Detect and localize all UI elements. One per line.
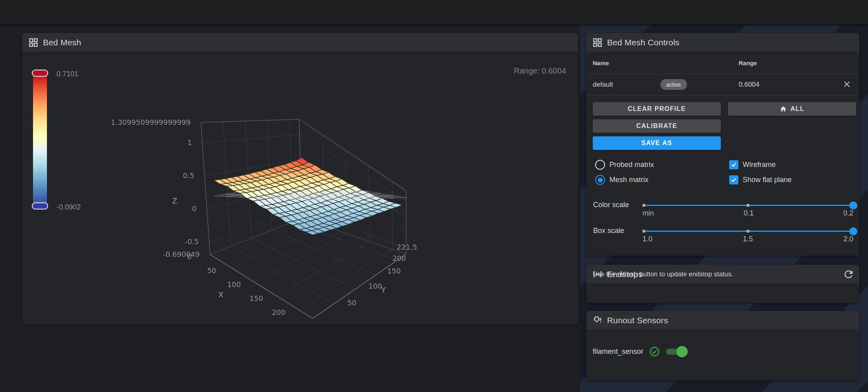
x-tick-label: 200 bbox=[272, 308, 285, 316]
check-icon bbox=[730, 161, 737, 168]
calibrate-button[interactable]: CALIBRATE bbox=[593, 119, 721, 133]
color-scale-slider[interactable] bbox=[642, 202, 853, 210]
x-axis-title: X bbox=[218, 290, 223, 299]
active-badge: active bbox=[660, 79, 687, 90]
box-scale-tick-mid: 1.5 bbox=[743, 235, 753, 243]
color-scale-bar bbox=[33, 71, 47, 210]
z-axis-title: Z bbox=[172, 196, 177, 205]
top-app-bar bbox=[0, 0, 868, 25]
color-scale-max-handle[interactable] bbox=[32, 70, 48, 77]
box-scale-slider-ticks: 1.0 1.5 2.0 bbox=[642, 235, 853, 243]
bed-mesh-panel-header: Bed Mesh bbox=[22, 33, 578, 52]
z-tick-label: -0.5 bbox=[185, 237, 199, 246]
bed-mesh-controls-header: Bed Mesh Controls bbox=[586, 33, 859, 52]
grid-line bbox=[255, 234, 347, 282]
box-scale-slider-thumb[interactable] bbox=[849, 227, 857, 235]
profiles-table-header: Name Range bbox=[586, 52, 859, 74]
z-tick-label: 1.3099509999999999 bbox=[111, 118, 191, 126]
grid-line bbox=[277, 242, 370, 296]
checkbox-wireframe-label: Wireframe bbox=[743, 161, 776, 169]
x-tick-label: 50 bbox=[207, 266, 216, 275]
grid-icon bbox=[593, 38, 602, 47]
toggle-knob bbox=[676, 346, 688, 357]
column-header-range: Range bbox=[732, 60, 859, 66]
y-axis-title: Y bbox=[381, 285, 386, 294]
box-scale-tick-max: 2.0 bbox=[843, 235, 853, 243]
z-tick-label: 0.5 bbox=[183, 171, 195, 180]
color-scale-slider-label: Color scale bbox=[593, 201, 629, 209]
checkbox-wireframe[interactable]: Wireframe bbox=[729, 160, 776, 169]
filament-sensor-row: filament_sensor bbox=[593, 346, 688, 357]
y-tick-label: 221.5 bbox=[397, 243, 417, 251]
radio-probed-matrix[interactable]: Probed matrix bbox=[595, 160, 654, 170]
bed-mesh-panel-title: Bed Mesh bbox=[43, 38, 81, 47]
grid-icon bbox=[29, 38, 38, 47]
color-scale-min-label: -0.0902 bbox=[56, 203, 81, 212]
save-as-label: SAVE AS bbox=[641, 140, 672, 147]
x-tick-label: 150 bbox=[249, 294, 263, 303]
z-tick-label: 0 bbox=[192, 204, 197, 213]
z-tick-label: -0.690049 bbox=[163, 250, 200, 258]
z-tick-label: 1 bbox=[187, 138, 192, 147]
y-tick-label: 150 bbox=[387, 267, 401, 275]
color-scale-max-label: 0.7101 bbox=[56, 70, 78, 78]
check-circle-icon bbox=[649, 346, 660, 357]
profile-range-value: 0.6004 bbox=[732, 81, 859, 89]
grid-line bbox=[299, 249, 392, 310]
profile-name: default bbox=[586, 81, 732, 89]
grid-line bbox=[210, 218, 302, 254]
clear-profile-label: CLEAR PROFILE bbox=[628, 105, 686, 113]
home-all-label: ALL bbox=[790, 105, 804, 113]
y-tick-label: 100 bbox=[368, 282, 382, 290]
grid-line bbox=[231, 246, 334, 304]
filament-sensor-name: filament_sensor bbox=[593, 347, 643, 356]
grid-line bbox=[202, 135, 300, 143]
close-icon[interactable] bbox=[843, 80, 851, 89]
color-scale-slider-thumb[interactable] bbox=[849, 202, 857, 210]
clear-profile-button[interactable]: CLEAR PROFILE bbox=[593, 102, 721, 116]
mesh-range-value: Range: 0.6004 bbox=[514, 66, 566, 76]
runout-sensors-panel: Runout Sensors filament_sensor bbox=[586, 311, 859, 380]
grid-line bbox=[201, 119, 299, 122]
column-header-name: Name bbox=[586, 60, 732, 66]
home-all-button[interactable]: ALL bbox=[728, 102, 856, 116]
color-scale-slider-ticks: min 0.1 0.2 bbox=[642, 209, 853, 217]
checkbox-show-flat-plane[interactable]: Show flat plane bbox=[729, 175, 792, 184]
grid-line bbox=[251, 238, 355, 289]
x-tick-label: 100 bbox=[227, 280, 241, 289]
bed-mesh-panel: Bed Mesh 05010015020050100150200221.51.3… bbox=[22, 33, 578, 324]
endstops-panel: Endstops Use the refresh button to updat… bbox=[586, 265, 859, 303]
bed-mesh-controls-title: Bed Mesh Controls bbox=[607, 38, 679, 47]
refresh-icon[interactable] bbox=[843, 268, 854, 280]
check-icon bbox=[730, 177, 737, 183]
color-scale-tick-min: min bbox=[642, 209, 654, 217]
color-scale-tick-max: 0.2 bbox=[843, 209, 853, 217]
y-tick-label: 200 bbox=[392, 254, 406, 262]
grid-line bbox=[272, 230, 376, 275]
color-scale-tick-mid: 0.1 bbox=[743, 209, 753, 217]
box-scale-slider-label: Box scale bbox=[593, 227, 624, 235]
endstops-help-text: Use the refresh button to update endstop… bbox=[593, 265, 733, 283]
checkbox-show-flat-plane-label: Show flat plane bbox=[743, 176, 792, 184]
radio-mesh-matrix-label: Mesh matrix bbox=[609, 176, 648, 184]
calibrate-label: CALIBRATE bbox=[636, 122, 677, 130]
radio-mesh-matrix[interactable]: Mesh matrix bbox=[595, 175, 648, 185]
box-scale-tick-min: 1.0 bbox=[642, 235, 652, 243]
radio-probed-matrix-label: Probed matrix bbox=[609, 161, 654, 169]
runout-sensors-title: Runout Sensors bbox=[607, 316, 668, 325]
x-axis-line bbox=[210, 254, 313, 318]
save-as-button[interactable]: SAVE AS bbox=[593, 136, 721, 150]
bed-mesh-controls-panel: Bed Mesh Controls Name Range default 0.6… bbox=[586, 33, 859, 256]
bed-mesh-3d-plot[interactable]: 05010015020050100150200221.51.3099509999… bbox=[22, 52, 578, 324]
profile-row-default[interactable]: default 0.6004 active bbox=[586, 74, 859, 95]
runout-sensors-header: Runout Sensors bbox=[586, 311, 859, 330]
color-scale-min-handle[interactable] bbox=[32, 202, 48, 210]
filament-sensor-toggle[interactable] bbox=[666, 349, 688, 355]
printer-nozzle-alert-icon bbox=[593, 316, 602, 325]
home-icon bbox=[780, 105, 787, 113]
y-axis-line bbox=[313, 254, 406, 318]
box-scale-slider[interactable] bbox=[642, 227, 853, 235]
y-tick-label: 50 bbox=[347, 299, 356, 307]
grid-line bbox=[392, 182, 393, 250]
